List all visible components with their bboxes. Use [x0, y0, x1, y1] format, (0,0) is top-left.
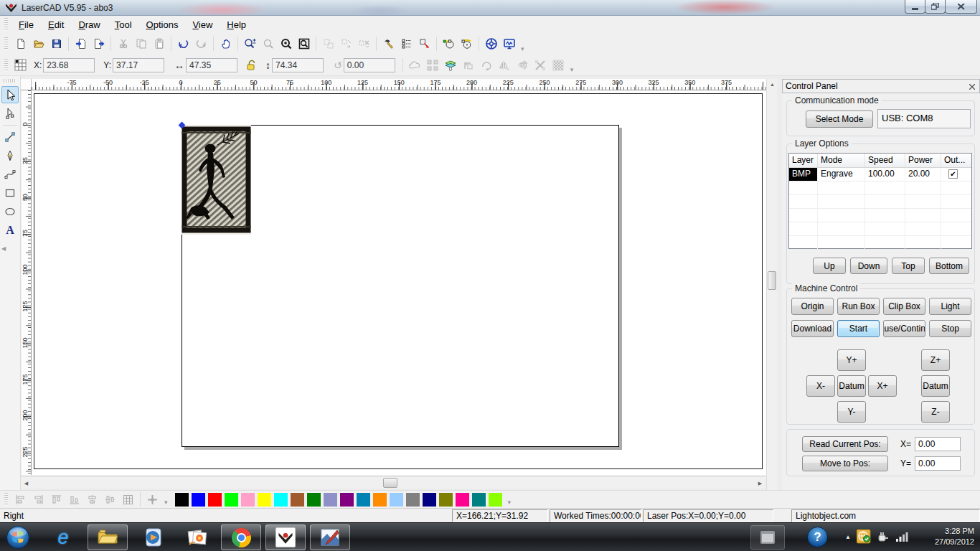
array-params-button[interactable] [397, 35, 415, 52]
copy-button[interactable] [132, 35, 150, 52]
zoom-page-button[interactable] [295, 35, 313, 52]
palette-grip[interactable] [4, 79, 17, 83]
align-right-icon[interactable] [29, 491, 47, 508]
align-grid-icon[interactable] [119, 491, 137, 508]
x-position-field[interactable]: 23.68 [43, 58, 95, 72]
corners-icon[interactable] [424, 57, 442, 74]
device-button[interactable] [482, 35, 500, 52]
color-swatch[interactable] [307, 493, 321, 507]
menu-draw[interactable]: Draw [71, 17, 107, 32]
color-swatch[interactable] [192, 493, 205, 507]
pen-tool[interactable] [1, 147, 19, 164]
origin-button[interactable]: Origin [791, 298, 834, 315]
lock-ratio-icon[interactable] [242, 57, 260, 74]
zoom-all-button[interactable] [277, 35, 295, 52]
color-swatch[interactable] [357, 493, 370, 507]
toolbar-grip[interactable] [4, 18, 8, 31]
menu-edit[interactable]: Edit [41, 17, 71, 32]
align-top-icon[interactable] [47, 491, 65, 508]
engraving-bitmap[interactable] [182, 125, 251, 235]
group-button[interactable] [319, 35, 337, 52]
scroll-right-arrow[interactable]: ▶ [755, 478, 765, 489]
anchor-grid-icon[interactable] [11, 57, 29, 74]
column-speed[interactable]: Speed [865, 154, 905, 167]
color-swatch[interactable] [390, 493, 403, 507]
zoom-in-out-button[interactable] [241, 35, 259, 52]
stop-button[interactable]: Stop [929, 320, 971, 337]
menu-tool[interactable]: Tool [108, 17, 139, 32]
color-swatch[interactable] [456, 493, 469, 507]
menu-view[interactable]: View [185, 17, 220, 32]
start-button[interactable] [6, 525, 30, 550]
start-button[interactable]: Start [837, 320, 880, 337]
new-button[interactable] [11, 35, 29, 52]
color-swatch[interactable] [340, 493, 354, 507]
ellipse-tool[interactable] [1, 203, 19, 220]
center-page-icon[interactable] [143, 491, 161, 508]
toolbar-grip[interactable] [4, 59, 8, 72]
select-mode-button[interactable]: Select Mode [806, 110, 873, 128]
color-swatch[interactable] [241, 493, 255, 507]
height-field[interactable]: 74.34 [272, 58, 324, 72]
line-tool[interactable] [1, 128, 19, 146]
color-swatch[interactable] [258, 493, 271, 507]
cut-button[interactable] [114, 35, 132, 52]
clip-box-button[interactable]: Clip Box [883, 298, 925, 315]
toolbar-grip[interactable] [4, 37, 8, 50]
network-signal-tray-icon[interactable] [895, 532, 908, 542]
taskbar-explorer[interactable] [88, 524, 128, 550]
jog-x-minus-button[interactable]: X- [806, 375, 835, 397]
color-swatch[interactable] [274, 493, 288, 507]
pos-y-field[interactable]: 0.00 [915, 456, 961, 471]
save-button[interactable] [47, 35, 65, 52]
rectangle-tool[interactable] [1, 184, 19, 202]
layer-bottom-button[interactable]: Bottom [929, 258, 969, 274]
column-layer[interactable]: Layer [789, 154, 818, 167]
jog-x-plus-button[interactable]: X+ [868, 375, 897, 397]
color-swatch[interactable] [373, 493, 387, 507]
mirror-horizontal-icon[interactable] [514, 57, 532, 74]
color-swatch[interactable] [423, 493, 436, 507]
align-bottom-icon[interactable] [65, 491, 83, 508]
redo-button[interactable] [192, 35, 210, 52]
column-power[interactable]: Power [905, 154, 941, 167]
color-swatch[interactable] [291, 493, 304, 507]
jog-z-minus-button[interactable]: Z- [921, 401, 950, 423]
layer-row-bmp[interactable]: BMP Engrave 100.00 20.00 ✔ [789, 168, 971, 182]
text-tool[interactable]: A [1, 222, 19, 239]
bezier-tool[interactable] [1, 166, 19, 183]
y-position-field[interactable]: 37.17 [113, 58, 164, 72]
taskbar-photo-viewer[interactable] [176, 524, 217, 550]
jog-y-minus-button[interactable]: Y- [837, 401, 866, 423]
layers-icon[interactable] [442, 57, 460, 74]
scroll-left-arrow[interactable]: ◀ [21, 478, 32, 489]
rotate-object-button[interactable] [458, 35, 476, 52]
width-field[interactable]: 47.35 [186, 58, 237, 72]
move-to-pos-button[interactable]: Move to Pos: [802, 456, 888, 471]
toolbar-overflow-icon[interactable]: ▾ [570, 66, 574, 75]
control-panel-close-button[interactable] [967, 82, 977, 92]
jog-z-plus-button[interactable]: Z+ [921, 349, 950, 371]
color-swatch[interactable] [406, 493, 420, 507]
eject-device-tray-icon[interactable] [877, 530, 890, 543]
layer-top-button[interactable]: Top [892, 258, 925, 274]
delete-node-button[interactable] [355, 35, 373, 52]
toolbar-grip[interactable] [4, 493, 8, 506]
taskbar-clock[interactable]: 3:28 PM 27/09/2012 [918, 526, 974, 547]
column-mode[interactable]: Mode [818, 154, 865, 167]
node-edit-tool[interactable] [1, 105, 19, 122]
dither-icon[interactable] [550, 57, 567, 74]
layer-mode-cell[interactable]: Engrave [818, 168, 865, 181]
zoom-window-button[interactable] [259, 35, 277, 52]
simulate-button[interactable] [500, 35, 518, 52]
tool-hammer-button[interactable] [380, 35, 397, 52]
canvas-viewport[interactable] [32, 90, 766, 475]
horizontal-scroll-thumb[interactable] [383, 478, 397, 488]
menu-help[interactable]: Help [220, 17, 253, 32]
color-swatch[interactable] [175, 493, 189, 507]
download-button[interactable]: Download [791, 320, 834, 337]
column-output[interactable]: Out... [941, 154, 970, 167]
updater-tray-icon[interactable] [857, 529, 871, 544]
skew-icon[interactable] [460, 57, 478, 74]
import-button[interactable] [72, 35, 90, 52]
